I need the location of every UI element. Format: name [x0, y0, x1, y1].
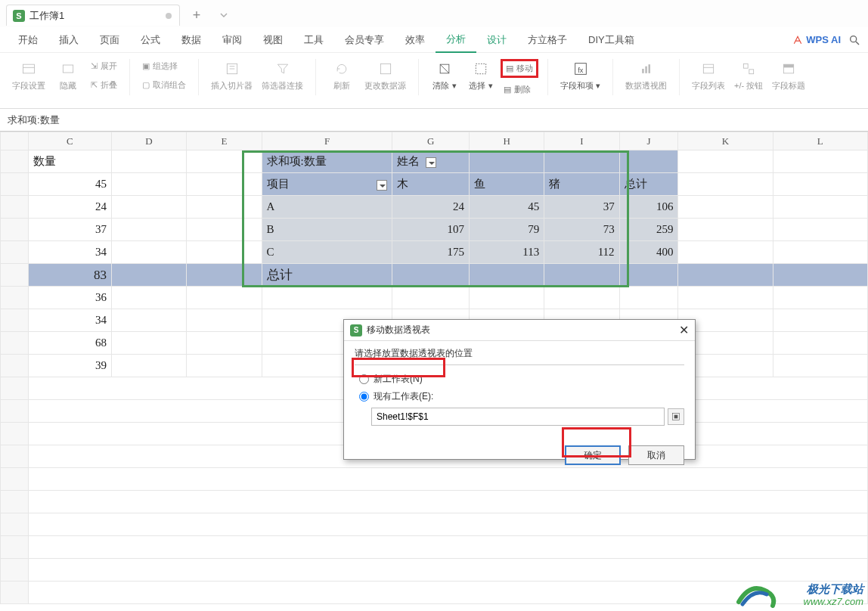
cell[interactable] — [469, 150, 544, 173]
row-header[interactable] — [1, 241, 29, 264]
pivot-grand-total-label[interactable]: 总计 — [262, 264, 392, 287]
pivot-value[interactable]: 37 — [544, 196, 619, 219]
cell[interactable] — [773, 173, 867, 196]
menu-fanglige[interactable]: 方立格子 — [517, 27, 578, 53]
cell[interactable] — [544, 264, 619, 287]
cell[interactable]: 68 — [28, 332, 111, 355]
cell[interactable] — [187, 287, 262, 309]
cell[interactable]: 34 — [28, 241, 111, 264]
col-header[interactable]: C — [28, 132, 111, 150]
field-and-item-button[interactable]: fx 字段和项 ▾ — [557, 59, 603, 93]
cell[interactable] — [28, 513, 867, 536]
row-header[interactable] — [1, 445, 29, 468]
cell[interactable] — [469, 287, 544, 309]
row-header[interactable] — [1, 400, 29, 423]
col-header[interactable]: F — [262, 132, 392, 150]
pivot-value[interactable]: 45 — [469, 196, 544, 219]
row-header[interactable] — [1, 309, 29, 332]
cell[interactable] — [111, 355, 186, 377]
row-header[interactable] — [1, 287, 29, 309]
cell[interactable] — [773, 332, 867, 355]
clear-button[interactable]: 清除 ▾ — [428, 59, 461, 93]
filter-connect-button[interactable]: 筛选器连接 — [259, 59, 306, 93]
menu-review[interactable]: 审阅 — [212, 27, 253, 53]
cell[interactable]: 34 — [28, 309, 111, 332]
cell[interactable] — [187, 241, 262, 264]
pivot-colfield-cell[interactable]: 姓名 — [392, 150, 470, 173]
cell[interactable]: 数量 — [28, 150, 111, 173]
row-header[interactable] — [1, 264, 29, 287]
name-box[interactable]: 求和项:数量 — [3, 112, 64, 129]
cell[interactable] — [187, 355, 262, 377]
row-header[interactable] — [1, 377, 29, 400]
field-list-button[interactable]: 字段列表 — [689, 59, 728, 93]
change-source-button[interactable]: 更改数据源 — [361, 59, 409, 93]
cell[interactable] — [619, 264, 678, 287]
pivot-value[interactable]: 259 — [619, 219, 678, 241]
cell[interactable] — [111, 309, 186, 332]
row-header[interactable] — [1, 423, 29, 445]
cell[interactable] — [187, 150, 262, 173]
row-header[interactable] — [1, 150, 29, 173]
pivot-col-header[interactable]: 总计 — [619, 173, 678, 196]
row-header[interactable] — [1, 491, 29, 513]
cell[interactable] — [111, 196, 186, 219]
wps-ai-button[interactable]: WPS AI — [792, 34, 841, 45]
pivot-value[interactable]: 400 — [619, 241, 678, 264]
cell[interactable] — [678, 264, 773, 287]
search-icon[interactable] — [848, 34, 860, 46]
cell[interactable] — [111, 150, 186, 173]
col-header[interactable]: H — [469, 132, 544, 150]
cell[interactable] — [544, 287, 619, 309]
pivot-col-header[interactable]: 木 — [392, 173, 470, 196]
cell[interactable] — [111, 173, 186, 196]
menu-page[interactable]: 页面 — [89, 27, 130, 53]
cell[interactable] — [773, 241, 867, 264]
cell[interactable] — [619, 287, 678, 309]
document-tab[interactable]: S 工作簿1 — [6, 5, 180, 26]
cell[interactable] — [773, 264, 867, 287]
pivot-value[interactable]: 79 — [469, 219, 544, 241]
col-header[interactable]: D — [111, 132, 186, 150]
row-header[interactable] — [1, 173, 29, 196]
cell[interactable] — [28, 491, 867, 513]
cell[interactable] — [678, 219, 773, 241]
field-settings-button[interactable]: 字段设置 — [9, 59, 48, 93]
cell[interactable]: 39 — [28, 355, 111, 377]
menu-start[interactable]: 开始 — [8, 27, 48, 53]
group-select-button[interactable]: ▣ 组选择 — [139, 59, 189, 73]
pivot-value[interactable]: 112 — [544, 241, 619, 264]
close-tab-icon[interactable] — [166, 13, 172, 19]
menu-formula[interactable]: 公式 — [130, 27, 171, 53]
menu-view[interactable]: 视图 — [253, 27, 293, 53]
row-header[interactable] — [1, 582, 29, 604]
cell[interactable] — [111, 287, 186, 309]
col-header[interactable]: K — [678, 132, 773, 150]
cell[interactable] — [28, 559, 867, 582]
cell[interactable] — [187, 264, 262, 287]
row-header[interactable] — [1, 513, 29, 536]
menu-data[interactable]: 数据 — [171, 27, 212, 53]
cell[interactable] — [773, 287, 867, 309]
cancel-button[interactable]: 取消 — [628, 445, 684, 465]
cell[interactable]: 83 — [28, 264, 111, 287]
col-header[interactable]: G — [392, 132, 470, 150]
tab-menu-chevron-icon[interactable] — [213, 5, 234, 26]
cell[interactable] — [773, 150, 867, 173]
move-pivot-button[interactable]: ▤ 移动 — [501, 59, 538, 78]
menu-tools[interactable]: 工具 — [293, 27, 334, 53]
pivot-chart-button[interactable]: 数据透视图 — [622, 59, 670, 93]
pivot-row-dropdown-icon[interactable] — [377, 180, 387, 191]
cell[interactable] — [773, 355, 867, 377]
pivot-value[interactable]: 106 — [619, 196, 678, 219]
cell[interactable]: 36 — [28, 287, 111, 309]
cell[interactable] — [619, 150, 678, 173]
select-button[interactable]: 选择 ▾ — [464, 59, 498, 93]
pivot-row-label[interactable]: B — [262, 219, 392, 241]
range-input[interactable] — [371, 408, 665, 426]
hide-button[interactable]: 隐藏 — [51, 59, 85, 93]
cell[interactable]: 24 — [28, 196, 111, 219]
col-header[interactable]: L — [773, 132, 867, 150]
plus-minus-button[interactable]: +/- 按钮 — [731, 59, 766, 93]
menu-member[interactable]: 会员专享 — [334, 27, 395, 53]
